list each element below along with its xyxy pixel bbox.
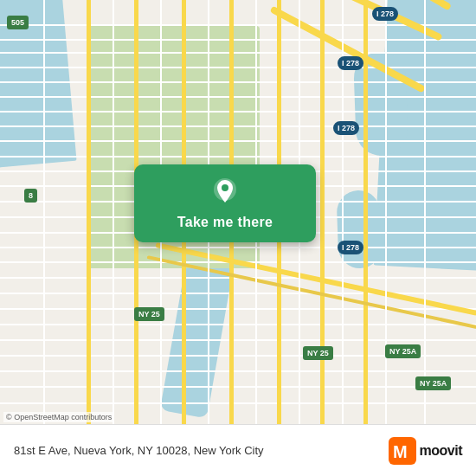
bottom-bar: 81st E Ave, Nueva York, NY 10028, New Yo…	[0, 424, 476, 476]
street	[0, 156, 476, 158]
street	[0, 370, 476, 372]
street	[0, 96, 476, 98]
street	[0, 339, 476, 341]
street	[0, 125, 476, 127]
avenue	[87, 0, 91, 424]
street-v	[424, 0, 426, 424]
street	[0, 111, 476, 113]
street	[0, 293, 476, 294]
street-v	[113, 0, 114, 424]
road-badge-i278-4: I 278	[338, 241, 363, 254]
road-badge-i278-2: I 278	[338, 56, 363, 70]
water-channel	[160, 257, 234, 419]
svg-point-1	[222, 184, 228, 191]
street	[0, 67, 476, 68]
street-v	[385, 0, 387, 424]
street-v	[43, 0, 45, 424]
road-badge-i278-1: I 278	[372, 7, 398, 21]
road-badge-505: 505	[7, 16, 29, 29]
road-badge-i278-3: I 278	[333, 121, 359, 135]
location-pin-icon	[209, 177, 241, 209]
street	[0, 247, 476, 248]
street	[0, 39, 476, 41]
road-badge-8: 8	[24, 189, 37, 203]
avenue	[320, 0, 325, 424]
take-me-there-button[interactable]: Take me there	[134, 164, 316, 242]
map-container: 505 I 278 I 278 I 278 I 278 8 NY 25 NY 2…	[0, 0, 476, 424]
road-badge-ny25a-1: NY 25A	[385, 344, 421, 358]
street	[0, 52, 476, 54]
address-text: 81st E Ave, Nueva York, NY 10028, New Yo…	[14, 444, 264, 457]
road-badge-ny25-2: NY 25	[303, 346, 333, 360]
street	[0, 324, 476, 325]
moovit-m-icon: M	[389, 437, 416, 465]
road-badge-ny25a-2: NY 25A	[415, 376, 451, 390]
moovit-text: moovit	[420, 443, 462, 459]
street	[0, 140, 476, 142]
road-badge-ny25-1: NY 25	[134, 307, 164, 321]
moovit-logo: M moovit	[389, 437, 462, 465]
cta-label: Take me there	[177, 215, 273, 230]
street	[0, 386, 476, 388]
street	[0, 402, 476, 404]
svg-text:M: M	[393, 442, 408, 461]
map-attribution: © OpenStreetMap contributors	[3, 412, 114, 422]
